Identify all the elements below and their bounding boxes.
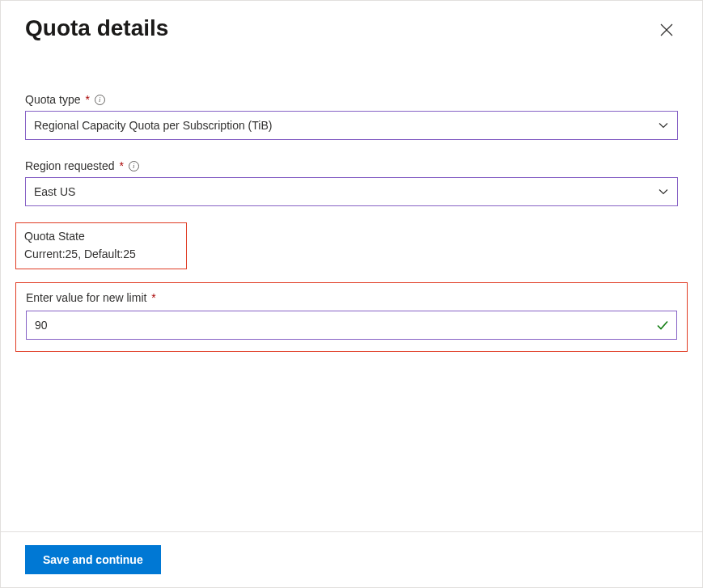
new-limit-label-text: Enter value for new limit <box>26 291 146 304</box>
quota-details-panel: Quota details Quota type * i Regional Ca… <box>0 0 703 588</box>
info-icon[interactable]: i <box>129 161 139 171</box>
info-icon[interactable]: i <box>95 95 105 105</box>
region-label-text: Region requested <box>25 159 115 172</box>
chevron-down-icon <box>658 120 669 131</box>
new-limit-label-row: Enter value for new limit * <box>26 291 677 304</box>
new-limit-input[interactable] <box>26 311 677 340</box>
required-indicator: * <box>116 159 124 172</box>
new-limit-highlight: Enter value for new limit * <box>15 282 688 352</box>
panel-title: Quota details <box>25 15 168 41</box>
quota-type-value: Regional Capacity Quota per Subscription… <box>34 119 272 132</box>
new-limit-label: Enter value for new limit * <box>26 291 156 304</box>
new-limit-input-wrap <box>26 311 677 340</box>
close-icon <box>660 23 673 36</box>
quota-state-highlight: Quota State Current:25, Default:25 <box>15 222 187 269</box>
quota-state-title: Quota State <box>24 230 178 243</box>
panel-footer: Save and continue <box>1 531 702 587</box>
region-value: East US <box>34 185 75 198</box>
quota-type-label-row: Quota type * i <box>25 93 678 106</box>
quota-type-dropdown[interactable]: Regional Capacity Quota per Subscription… <box>25 111 678 140</box>
close-button[interactable] <box>655 19 678 41</box>
checkmark-icon <box>656 319 669 332</box>
save-continue-button[interactable]: Save and continue <box>25 545 161 574</box>
quota-state-value: Current:25, Default:25 <box>24 247 178 260</box>
quota-type-field: Quota type * i Regional Capacity Quota p… <box>25 93 678 140</box>
quota-type-label-text: Quota type <box>25 93 81 106</box>
quota-type-label: Quota type * <box>25 93 90 106</box>
required-indicator: * <box>83 93 90 106</box>
panel-header: Quota details <box>1 1 702 49</box>
chevron-down-icon <box>658 186 669 197</box>
region-label: Region requested * <box>25 159 124 172</box>
region-dropdown[interactable]: East US <box>25 177 678 206</box>
panel-body: Quota type * i Regional Capacity Quota p… <box>1 49 702 531</box>
region-label-row: Region requested * i <box>25 159 678 172</box>
region-field: Region requested * i East US <box>25 159 678 206</box>
required-indicator: * <box>148 291 155 304</box>
